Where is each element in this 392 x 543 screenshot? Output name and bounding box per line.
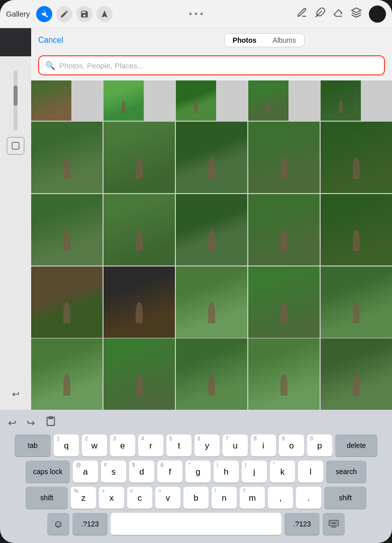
key-n[interactable]: !n [212,487,237,509]
color-swatch[interactable] [369,6,386,23]
sidebar-undo-btn[interactable]: ↩ [8,387,23,402]
key-t[interactable]: 5t [166,434,191,457]
key-l[interactable]: 'l [298,461,323,483]
delete-key[interactable]: delete [335,434,377,457]
scroll-thumb[interactable] [14,85,18,106]
tab-key[interactable]: tab [15,434,51,457]
left-sidebar: ↩ [0,56,31,410]
photo-cell[interactable] [321,338,392,410]
key-v[interactable]: >v [155,487,180,509]
key-period[interactable]: . [296,487,321,509]
top-toolbar: Gallery [0,0,392,28]
ipad-frame: Gallery [0,0,392,543]
photo-cell[interactable] [321,122,392,193]
layers-icon[interactable] [351,7,362,21]
key-j[interactable]: )j [242,461,267,483]
space-bar[interactable] [111,513,281,535]
key-a[interactable]: @a [73,461,98,483]
photo-cell[interactable] [104,194,175,265]
photo-cell[interactable] [104,338,175,410]
undo-button[interactable]: ↩ [6,415,19,431]
photo-cell[interactable] [321,266,392,338]
num-sym-key-right[interactable]: .?123 [284,513,320,535]
key-comma[interactable]: , [268,487,293,509]
key-b[interactable]: :b [183,487,209,509]
key-h[interactable]: (h [214,461,239,483]
photo-cell[interactable] [248,338,320,410]
photo-cell[interactable] [248,194,320,265]
key-p[interactable]: 0p [307,434,332,457]
tab-photos[interactable]: Photos [225,34,264,47]
num-sym-key-left[interactable]: .?123 [72,513,108,535]
redo-button[interactable]: ↪ [25,415,37,431]
emoji-key[interactable]: ☺ [47,513,69,535]
toolbar-icon-s[interactable] [76,6,92,22]
photo-cell[interactable] [176,266,247,338]
photo-cell[interactable] [176,338,247,410]
photo-cell[interactable] [176,194,247,265]
key-row-1: tab 1q 2w 3e 4r 5t 6y 7u 8i 9o 0p delete [4,434,388,457]
eraser-icon[interactable] [333,7,344,21]
scroll-track[interactable] [14,70,18,131]
key-r[interactable]: 4r [138,434,163,457]
search-key[interactable]: search [326,461,366,483]
key-g[interactable]: *g [185,461,211,483]
toolbar-icon-wrench[interactable] [36,6,52,22]
photo-cell[interactable] [176,122,247,193]
key-c[interactable]: <c [127,487,152,509]
photo-cell[interactable] [104,266,175,338]
toolbar-icon-arrow[interactable] [96,6,113,22]
photo-cell[interactable] [104,80,144,121]
photos-header: Cancel Photos Albums [31,28,392,51]
keyboard-area: ↩ ↪ tab 1q 2w 3e 4r 5t 6y 7u 8i [0,410,392,543]
key-o[interactable]: 9o [279,434,304,457]
photo-cell[interactable] [321,80,361,121]
left-shift-key[interactable]: shift [26,487,68,509]
key-e[interactable]: 3e [110,434,135,457]
sidebar-square-icon[interactable] [7,137,25,155]
cancel-button[interactable]: Cancel [38,36,63,45]
toolbar-right [297,6,386,23]
key-x[interactable]: +x [99,487,124,509]
photo-cell[interactable] [31,266,103,338]
photo-cell[interactable] [31,338,103,410]
photo-cell[interactable] [176,80,216,121]
search-placeholder: Photos, People, Places... [59,61,144,70]
key-row-2: caps lock @a #s $d &f *g (h )j "k 'l sea… [4,461,388,483]
caps-lock-key[interactable]: caps lock [26,461,70,483]
photo-cell[interactable] [248,266,320,338]
svg-marker-1 [352,8,361,13]
photo-grid [31,80,392,410]
key-q[interactable]: 1q [54,434,79,457]
svg-rect-2 [12,142,19,149]
search-bar-container: 🔍 Photos, People, Places... [31,51,392,80]
right-shift-key[interactable]: shift [324,487,366,509]
key-d[interactable]: $d [129,461,154,483]
key-w[interactable]: 2w [82,434,107,457]
search-bar[interactable]: 🔍 Photos, People, Places... [38,55,385,75]
tab-group: Photos Albums [224,33,305,47]
photo-cell[interactable] [31,194,103,265]
pen-icon[interactable] [297,7,308,21]
photo-cell[interactable] [248,122,320,193]
key-z[interactable]: %z [71,487,96,509]
photo-cell[interactable] [31,122,103,193]
marker-icon[interactable] [315,7,326,21]
photo-cell[interactable] [104,122,175,193]
photo-cell[interactable] [321,194,392,265]
paste-button[interactable] [43,414,58,431]
key-y[interactable]: 6y [194,434,220,457]
photo-cell[interactable] [248,80,288,121]
key-f[interactable]: &f [157,461,182,483]
key-u[interactable]: 7u [223,434,248,457]
tab-albums[interactable]: Albums [264,34,304,47]
toolbar-icon-pencil-edit[interactable] [56,6,72,22]
key-m[interactable]: ?m [240,487,265,509]
keyboard-hide-key[interactable] [323,513,345,535]
key-i[interactable]: 8i [251,434,276,457]
keyboard-rows: tab 1q 2w 3e 4r 5t 6y 7u 8i 9o 0p delete… [2,434,390,535]
photo-cell[interactable] [31,80,71,121]
key-row-4: ☺ .?123 .?123 [4,513,388,535]
key-s[interactable]: #s [101,461,126,483]
key-k[interactable]: "k [270,461,295,483]
